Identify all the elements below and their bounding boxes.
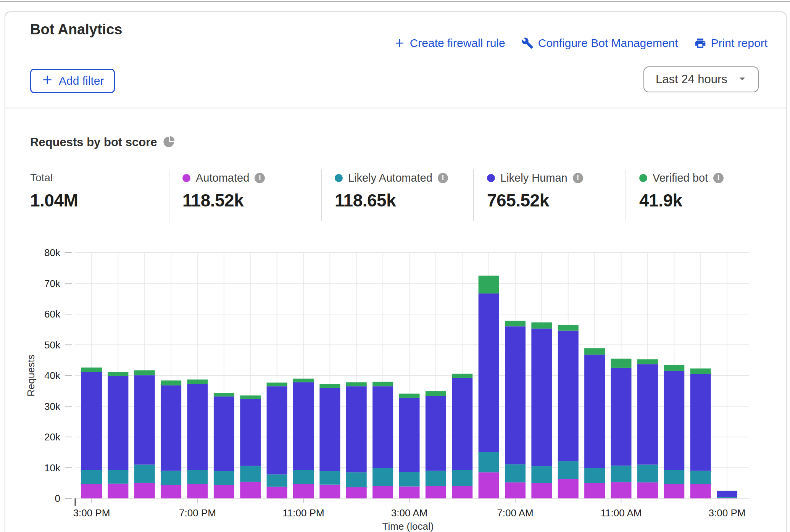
- bar-segment-likely-automated[interactable]: [584, 468, 605, 483]
- bar-segment-automated[interactable]: [214, 485, 234, 498]
- bar-segment-likely-automated[interactable]: [346, 472, 367, 487]
- bar-segment-likely-human[interactable]: [161, 385, 181, 471]
- bar-segment-likely-automated[interactable]: [108, 470, 128, 484]
- bar-segment-likely-human[interactable]: [346, 386, 367, 472]
- bar-segment-verified-bot[interactable]: [558, 325, 579, 330]
- bar-segment-verified-bot[interactable]: [319, 384, 340, 388]
- configure-bot-management-link[interactable]: Configure Bot Management: [521, 37, 678, 50]
- bar-segment-automated[interactable]: [584, 483, 605, 498]
- info-icon[interactable]: i: [713, 173, 724, 183]
- bar-segment-likely-automated[interactable]: [319, 471, 340, 484]
- bar-segment-likely-automated[interactable]: [479, 452, 499, 472]
- bar-segment-verified-bot[interactable]: [240, 395, 261, 399]
- bar-segment-automated[interactable]: [372, 486, 393, 498]
- add-filter-button[interactable]: Add filter: [30, 69, 115, 93]
- bar-segment-likely-automated[interactable]: [505, 464, 526, 482]
- bar-segment-likely-automated[interactable]: [664, 470, 684, 484]
- bar-segment-automated[interactable]: [240, 482, 261, 498]
- bar-segment-likely-automated[interactable]: [134, 464, 155, 482]
- bar-segment-likely-human[interactable]: [479, 293, 499, 452]
- create-firewall-rule-link[interactable]: Create firewall rule: [394, 37, 505, 50]
- bar-segment-likely-automated[interactable]: [372, 468, 393, 486]
- bar-segment-likely-human[interactable]: [240, 399, 261, 466]
- bar-segment-likely-human[interactable]: [611, 368, 632, 466]
- bar-segment-likely-automated[interactable]: [531, 466, 552, 483]
- bar-segment-likely-human[interactable]: [637, 364, 658, 464]
- bar-segment-likely-automated[interactable]: [267, 474, 287, 487]
- stacked-bar-chart[interactable]: 010k20k30k40k50k60k70k80k3:00 PM7:00 PM1…: [0, 229, 790, 532]
- bar-segment-automated[interactable]: [690, 484, 711, 498]
- bar-segment-automated[interactable]: [108, 484, 128, 498]
- bar-segment-likely-automated[interactable]: [187, 470, 208, 484]
- bar-segment-verified-bot[interactable]: [81, 368, 102, 372]
- bar-segment-verified-bot[interactable]: [187, 379, 208, 384]
- bar-segment-likely-human[interactable]: [267, 386, 287, 474]
- requests-by-bot-score-chart[interactable]: 010k20k30k40k50k60k70k80k3:00 PM7:00 PM1…: [0, 229, 790, 532]
- bar-segment-likely-automated[interactable]: [637, 464, 658, 482]
- bar-segment-likely-automated[interactable]: [81, 470, 102, 484]
- bar-segment-likely-automated[interactable]: [161, 471, 181, 485]
- bar-segment-likely-automated[interactable]: [399, 472, 420, 487]
- print-report-link[interactable]: Print report: [694, 37, 767, 50]
- bar-segment-likely-human[interactable]: [293, 382, 314, 470]
- bar-segment-verified-bot[interactable]: [584, 348, 605, 355]
- bar-segment-automated[interactable]: [452, 486, 472, 498]
- bar-segment-likely-human[interactable]: [531, 329, 552, 466]
- bar-segment-likely-human[interactable]: [584, 355, 605, 468]
- bar-segment-automated[interactable]: [637, 482, 658, 498]
- bar-segment-verified-bot[interactable]: [426, 391, 446, 396]
- bar-segment-automated[interactable]: [293, 484, 314, 498]
- bar-segment-verified-bot[interactable]: [505, 321, 526, 326]
- bar-segment-verified-bot[interactable]: [134, 370, 155, 375]
- bar-segment-automated[interactable]: [479, 472, 499, 498]
- bar-segment-verified-bot[interactable]: [452, 374, 472, 378]
- bar-segment-verified-bot[interactable]: [267, 383, 287, 387]
- bar-segment-verified-bot[interactable]: [717, 491, 737, 491]
- bar-segment-automated[interactable]: [426, 486, 446, 498]
- bar-segment-likely-human[interactable]: [399, 398, 420, 472]
- bar-segment-verified-bot[interactable]: [531, 322, 552, 329]
- bar-segment-verified-bot[interactable]: [664, 365, 684, 371]
- bar-segment-verified-bot[interactable]: [399, 393, 420, 398]
- bar-segment-verified-bot[interactable]: [108, 372, 128, 376]
- bar-segment-automated[interactable]: [399, 487, 420, 498]
- bar-segment-automated[interactable]: [81, 484, 102, 498]
- bar-segment-automated[interactable]: [267, 487, 287, 498]
- bar-segment-likely-automated[interactable]: [240, 466, 261, 482]
- info-icon[interactable]: i: [438, 173, 448, 183]
- bar-segment-likely-human[interactable]: [319, 388, 340, 471]
- bar-segment-automated[interactable]: [611, 482, 632, 498]
- bar-segment-likely-human[interactable]: [108, 376, 128, 470]
- bar-segment-automated[interactable]: [558, 479, 579, 498]
- bar-segment-verified-bot[interactable]: [637, 359, 658, 364]
- bar-segment-likely-automated[interactable]: [214, 471, 234, 485]
- bar-segment-likely-automated[interactable]: [558, 461, 579, 479]
- bar-segment-likely-human[interactable]: [452, 378, 472, 470]
- info-icon[interactable]: i: [255, 173, 265, 183]
- bar-segment-verified-bot[interactable]: [214, 393, 234, 397]
- bar-segment-automated[interactable]: [187, 484, 208, 498]
- bar-segment-likely-human[interactable]: [505, 326, 526, 464]
- bar-segment-automated[interactable]: [346, 487, 367, 498]
- bar-segment-verified-bot[interactable]: [690, 368, 711, 374]
- bar-segment-likely-human[interactable]: [558, 330, 579, 461]
- bar-segment-likely-human[interactable]: [372, 386, 393, 468]
- bar-segment-automated[interactable]: [664, 484, 684, 498]
- time-range-select[interactable]: Last 24 hours: [643, 66, 759, 92]
- bar-segment-likely-automated[interactable]: [293, 470, 314, 484]
- bar-segment-likely-automated[interactable]: [426, 471, 446, 486]
- bar-segment-automated[interactable]: [319, 485, 340, 498]
- bar-segment-automated[interactable]: [531, 483, 552, 498]
- bar-segment-automated[interactable]: [505, 482, 526, 498]
- bar-segment-likely-human[interactable]: [134, 375, 155, 464]
- bar-segment-likely-automated[interactable]: [452, 470, 472, 486]
- bar-segment-verified-bot[interactable]: [611, 359, 632, 368]
- bar-segment-likely-human[interactable]: [690, 374, 711, 471]
- bar-segment-automated[interactable]: [717, 498, 737, 498]
- bar-segment-likely-human[interactable]: [214, 397, 234, 471]
- bar-segment-likely-human[interactable]: [81, 372, 102, 470]
- bar-segment-verified-bot[interactable]: [161, 380, 181, 385]
- bar-segment-likely-human[interactable]: [426, 396, 446, 471]
- bar-segment-likely-human[interactable]: [664, 371, 684, 470]
- bar-segment-verified-bot[interactable]: [346, 382, 367, 386]
